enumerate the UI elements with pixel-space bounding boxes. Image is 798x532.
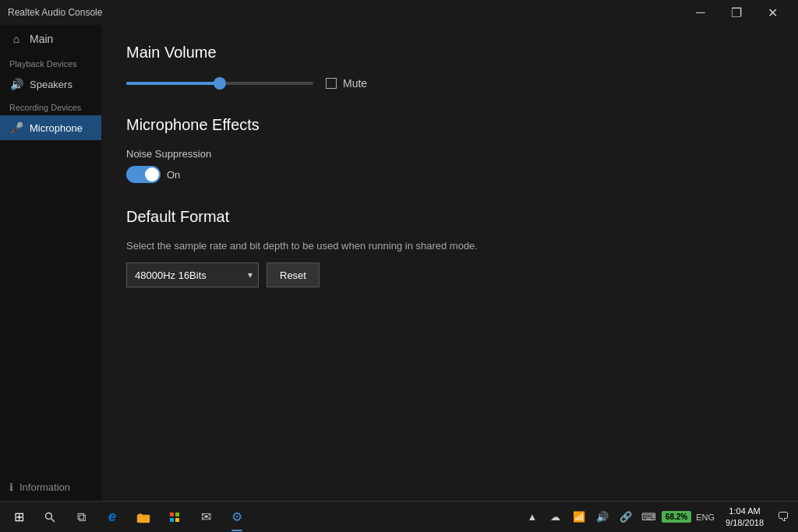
titlebar: Realtek Audio Console ─ ❐ ✕ [0, 0, 798, 25]
svg-rect-2 [137, 515, 150, 523]
taskbar-realtek[interactable]: ⚙ [221, 502, 252, 533]
volume-fill [126, 82, 220, 85]
sidebar-info-label: Information [19, 481, 70, 493]
volume-row: Mute [126, 76, 773, 91]
mute-row: Mute [326, 77, 367, 90]
taskbar-volume[interactable]: 🔊 [591, 502, 613, 533]
mute-checkbox[interactable] [326, 78, 337, 89]
svg-rect-6 [175, 518, 179, 522]
taskbar-cloud[interactable]: ☁ [545, 502, 567, 533]
svg-rect-3 [170, 513, 174, 516]
clock-time: 1:04 AM [729, 506, 760, 516]
taskbar-notification[interactable]: 🗨 [772, 502, 795, 533]
sidebar-main-label: Main [30, 33, 53, 45]
app-body: ⌂ Main Playback Devices 🔊 Speakers Recor… [0, 25, 798, 501]
playback-section-label: Playback Devices [0, 53, 101, 72]
sidebar-speakers-label: Speakers [30, 79, 72, 90]
taskbar-mail[interactable]: ✉ [190, 502, 221, 533]
taskbar-link[interactable]: 🔗 [615, 502, 637, 533]
noise-suppression-label: Noise Suppression [126, 148, 773, 160]
microphone-icon: 🎤 [9, 122, 23, 134]
default-format-title: Default Format [126, 208, 773, 226]
volume-slider[interactable] [126, 76, 313, 91]
taskbar-explorer[interactable] [128, 502, 159, 533]
reset-button[interactable]: Reset [267, 262, 320, 287]
speakers-icon: 🔊 [9, 78, 23, 90]
taskbar-right: ▲ ☁ 📶 🔊 🔗 ⌨ 68.2% ENG 1:04 AM 9/18/2018 … [521, 502, 795, 533]
volume-track [126, 82, 313, 85]
mute-label: Mute [343, 77, 367, 90]
minimize-button[interactable]: ─ [683, 0, 719, 25]
taskbar-chevron[interactable]: ▲ [521, 502, 543, 533]
restore-button[interactable]: ❐ [719, 0, 754, 25]
sidebar-item-microphone[interactable]: 🎤 Microphone [0, 115, 101, 140]
format-row: 48000Hz 16Bits 44100Hz 16Bits 48000Hz 24… [126, 262, 773, 287]
recording-section-label: Recording Devices [0, 97, 101, 115]
taskbar-taskview[interactable]: ⧉ [65, 502, 97, 533]
info-icon: ℹ [9, 481, 13, 493]
volume-thumb[interactable] [214, 77, 226, 90]
app-title: Realtek Audio Console [8, 7, 683, 18]
taskbar-keyboard[interactable]: ⌨ [638, 502, 660, 533]
taskbar-clock[interactable]: 1:04 AM 9/18/2018 [719, 502, 770, 533]
toggle-knob [145, 167, 159, 181]
svg-rect-4 [175, 513, 179, 516]
content-area: Main Volume Mute Microphone Effects Nois… [101, 25, 798, 501]
taskbar-lang[interactable]: ENG [693, 513, 718, 522]
home-icon: ⌂ [9, 33, 23, 45]
noise-suppression-toggle-row: On [126, 166, 773, 183]
taskbar-search[interactable] [34, 502, 65, 533]
toggle-on-label: On [167, 169, 180, 181]
format-description: Select the sample rate and bit depth to … [126, 240, 773, 252]
close-button[interactable]: ✕ [754, 0, 790, 25]
start-button[interactable]: ⊞ [3, 502, 34, 533]
sidebar: ⌂ Main Playback Devices 🔊 Speakers Recor… [0, 25, 101, 501]
titlebar-controls: ─ ❐ ✕ [683, 0, 790, 25]
microphone-effects-section: Microphone Effects Noise Suppression On [126, 116, 773, 183]
main-volume-section: Main Volume Mute [126, 44, 773, 91]
taskbar: ⊞ ⧉ e ✉ ⚙ ▲ ☁ 📶 🔊 🔗 ⌨ 68.2% ENG [0, 501, 798, 532]
svg-point-0 [46, 513, 52, 519]
noise-suppression-toggle[interactable] [126, 166, 161, 183]
taskbar-store[interactable] [159, 502, 190, 533]
clock-date: 9/18/2018 [726, 517, 764, 528]
format-select-wrapper: 48000Hz 16Bits 44100Hz 16Bits 48000Hz 24… [126, 262, 259, 287]
effects-title: Microphone Effects [126, 116, 773, 134]
main-volume-title: Main Volume [126, 44, 773, 62]
default-format-section: Default Format Select the sample rate an… [126, 208, 773, 287]
taskbar-wifi[interactable]: 📶 [568, 502, 590, 533]
taskbar-battery: 68.2% [662, 511, 691, 523]
sidebar-item-main[interactable]: ⌂ Main [0, 25, 101, 53]
format-select[interactable]: 48000Hz 16Bits 44100Hz 16Bits 48000Hz 24… [126, 262, 259, 287]
sidebar-microphone-label: Microphone [30, 122, 83, 134]
sidebar-info[interactable]: ℹ Information [0, 474, 101, 501]
sidebar-item-speakers[interactable]: 🔊 Speakers [0, 72, 101, 97]
svg-line-1 [51, 518, 55, 522]
taskbar-edge[interactable]: e [97, 502, 128, 533]
svg-rect-5 [170, 518, 174, 522]
